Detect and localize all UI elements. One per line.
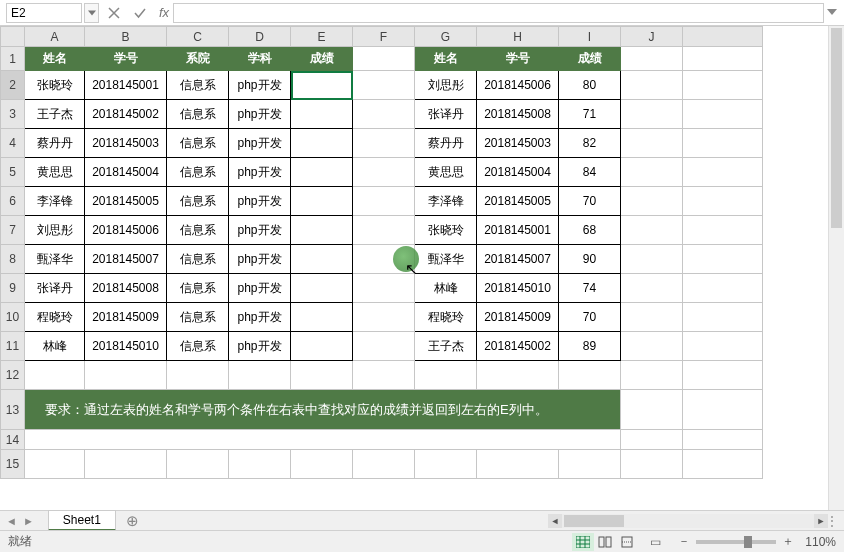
cell[interactable] [559, 361, 621, 390]
cell[interactable] [353, 158, 415, 187]
cell[interactable] [353, 332, 415, 361]
col-header[interactable]: E [291, 27, 353, 47]
row-header[interactable]: 6 [1, 187, 25, 216]
cell[interactable] [683, 274, 763, 303]
cell[interactable] [85, 450, 167, 479]
col-header[interactable]: F [353, 27, 415, 47]
name-box[interactable] [6, 3, 82, 23]
cell[interactable] [621, 390, 683, 430]
cell[interactable] [621, 187, 683, 216]
cell[interactable] [353, 450, 415, 479]
cell[interactable] [621, 430, 683, 450]
cell[interactable] [477, 361, 559, 390]
cell[interactable]: 80 [559, 71, 621, 100]
cell[interactable]: 林峰 [25, 332, 85, 361]
cell[interactable] [291, 332, 353, 361]
row-header[interactable]: 8 [1, 245, 25, 274]
cell[interactable]: 71 [559, 100, 621, 129]
cell[interactable]: 2018145003 [85, 129, 167, 158]
cell[interactable]: 2018145005 [477, 187, 559, 216]
cell[interactable]: 张晓玲 [415, 216, 477, 245]
formula-input[interactable] [173, 3, 824, 23]
cell[interactable]: 70 [559, 187, 621, 216]
cell[interactable]: 2018145006 [85, 216, 167, 245]
cell[interactable] [167, 450, 229, 479]
cell[interactable]: php开发 [229, 216, 291, 245]
cell[interactable] [683, 390, 763, 430]
cell[interactable]: 2018145001 [85, 71, 167, 100]
zoom-label[interactable]: 110% [800, 535, 836, 549]
cell[interactable]: 信息系 [167, 332, 229, 361]
cell[interactable] [621, 47, 683, 71]
cell[interactable]: 成绩 [559, 47, 621, 71]
col-header[interactable]: C [167, 27, 229, 47]
cell[interactable]: 王子杰 [415, 332, 477, 361]
horizontal-scrollbar[interactable]: ◄ ► [548, 514, 828, 528]
cell[interactable] [353, 71, 415, 100]
cell[interactable]: 林峰 [415, 274, 477, 303]
cell[interactable] [25, 430, 621, 450]
cell[interactable]: 2018145007 [477, 245, 559, 274]
cell[interactable]: 黄思思 [25, 158, 85, 187]
fx-icon[interactable]: fx [159, 5, 169, 20]
cell[interactable]: php开发 [229, 158, 291, 187]
cell[interactable] [291, 158, 353, 187]
cell[interactable] [25, 361, 85, 390]
cell[interactable]: 2018145002 [477, 332, 559, 361]
cell[interactable]: 学号 [477, 47, 559, 71]
cell[interactable]: 成绩 [291, 47, 353, 71]
cell[interactable]: 2018145009 [477, 303, 559, 332]
cell[interactable]: 2018145007 [85, 245, 167, 274]
cell[interactable]: 2018145006 [477, 71, 559, 100]
cell[interactable] [291, 187, 353, 216]
cell[interactable]: 张译丹 [25, 274, 85, 303]
cell[interactable] [415, 450, 477, 479]
cell[interactable] [353, 361, 415, 390]
cell[interactable] [683, 129, 763, 158]
cell[interactable] [167, 361, 229, 390]
name-box-dropdown[interactable] [84, 3, 99, 23]
cell[interactable]: 甄泽华 [25, 245, 85, 274]
row-header[interactable]: 12 [1, 361, 25, 390]
view-page-break-button[interactable] [616, 533, 638, 551]
cell[interactable] [291, 450, 353, 479]
cell[interactable]: 82 [559, 129, 621, 158]
cell[interactable] [291, 129, 353, 158]
cell[interactable]: 张译丹 [415, 100, 477, 129]
zoom-slider[interactable] [696, 540, 776, 544]
formula-bar-expand-icon[interactable] [824, 4, 840, 20]
row-header[interactable]: 9 [1, 274, 25, 303]
cell[interactable] [229, 450, 291, 479]
cell[interactable]: 68 [559, 216, 621, 245]
col-header[interactable]: G [415, 27, 477, 47]
cell[interactable]: 信息系 [167, 216, 229, 245]
cell[interactable]: 信息系 [167, 158, 229, 187]
cell[interactable] [683, 216, 763, 245]
row-header[interactable]: 15 [1, 450, 25, 479]
view-page-layout-button[interactable] [594, 533, 616, 551]
cell[interactable] [353, 216, 415, 245]
row-header[interactable]: 3 [1, 100, 25, 129]
cell[interactable]: 2018145009 [85, 303, 167, 332]
cell[interactable] [621, 274, 683, 303]
row-header[interactable]: 13 [1, 390, 25, 430]
scrollbar-thumb[interactable] [831, 28, 842, 228]
col-header[interactable]: D [229, 27, 291, 47]
row-header[interactable]: 5 [1, 158, 25, 187]
cell[interactable]: 李泽锋 [25, 187, 85, 216]
row-header[interactable]: 2 [1, 71, 25, 100]
cell[interactable] [621, 100, 683, 129]
cell[interactable] [477, 450, 559, 479]
cell[interactable]: php开发 [229, 129, 291, 158]
cell[interactable]: 2018145004 [85, 158, 167, 187]
cell[interactable]: php开发 [229, 100, 291, 129]
tab-nav-next-icon[interactable]: ► [23, 515, 34, 527]
cell[interactable]: 程晓玲 [415, 303, 477, 332]
cell[interactable]: 蔡丹丹 [25, 129, 85, 158]
cell[interactable] [291, 216, 353, 245]
cell[interactable] [621, 450, 683, 479]
cell[interactable]: 信息系 [167, 303, 229, 332]
cell[interactable]: 2018145008 [477, 100, 559, 129]
cell[interactable]: 2018145010 [85, 332, 167, 361]
cell[interactable] [683, 100, 763, 129]
